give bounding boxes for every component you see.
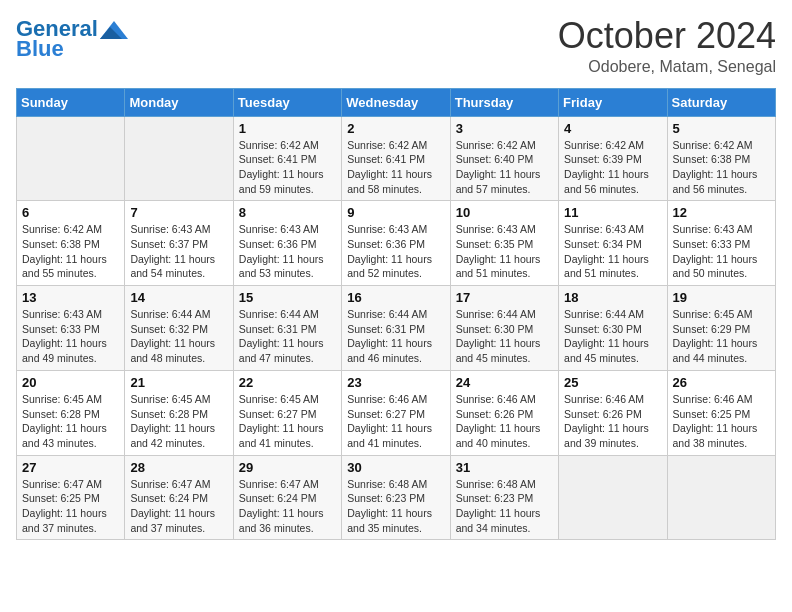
calendar-cell: 6Sunrise: 6:42 AM Sunset: 6:38 PM Daylig… [17,201,125,286]
calendar-cell: 2Sunrise: 6:42 AM Sunset: 6:41 PM Daylig… [342,116,450,201]
calendar-cell [667,455,775,540]
day-info: Sunrise: 6:43 AM Sunset: 6:35 PM Dayligh… [456,222,553,281]
logo-icon [100,21,128,39]
day-info: Sunrise: 6:46 AM Sunset: 6:26 PM Dayligh… [456,392,553,451]
day-number: 18 [564,290,661,305]
calendar-cell: 20Sunrise: 6:45 AM Sunset: 6:28 PM Dayli… [17,370,125,455]
day-number: 29 [239,460,336,475]
calendar-cell: 10Sunrise: 6:43 AM Sunset: 6:35 PM Dayli… [450,201,558,286]
calendar-cell: 29Sunrise: 6:47 AM Sunset: 6:24 PM Dayli… [233,455,341,540]
day-info: Sunrise: 6:45 AM Sunset: 6:27 PM Dayligh… [239,392,336,451]
day-number: 27 [22,460,119,475]
day-info: Sunrise: 6:43 AM Sunset: 6:34 PM Dayligh… [564,222,661,281]
day-number: 10 [456,205,553,220]
calendar-cell [125,116,233,201]
calendar-cell: 22Sunrise: 6:45 AM Sunset: 6:27 PM Dayli… [233,370,341,455]
day-info: Sunrise: 6:44 AM Sunset: 6:30 PM Dayligh… [564,307,661,366]
day-number: 23 [347,375,444,390]
day-number: 14 [130,290,227,305]
calendar-table: SundayMondayTuesdayWednesdayThursdayFrid… [16,88,776,541]
day-info: Sunrise: 6:42 AM Sunset: 6:38 PM Dayligh… [22,222,119,281]
calendar-cell: 25Sunrise: 6:46 AM Sunset: 6:26 PM Dayli… [559,370,667,455]
day-info: Sunrise: 6:44 AM Sunset: 6:32 PM Dayligh… [130,307,227,366]
calendar-cell: 23Sunrise: 6:46 AM Sunset: 6:27 PM Dayli… [342,370,450,455]
day-number: 24 [456,375,553,390]
day-info: Sunrise: 6:43 AM Sunset: 6:33 PM Dayligh… [673,222,770,281]
calendar-week-1: 1Sunrise: 6:42 AM Sunset: 6:41 PM Daylig… [17,116,776,201]
calendar-week-2: 6Sunrise: 6:42 AM Sunset: 6:38 PM Daylig… [17,201,776,286]
day-number: 1 [239,121,336,136]
day-number: 11 [564,205,661,220]
day-number: 5 [673,121,770,136]
day-number: 21 [130,375,227,390]
calendar-week-5: 27Sunrise: 6:47 AM Sunset: 6:25 PM Dayli… [17,455,776,540]
month-title: October 2024 [558,16,776,56]
day-info: Sunrise: 6:45 AM Sunset: 6:29 PM Dayligh… [673,307,770,366]
day-info: Sunrise: 6:44 AM Sunset: 6:30 PM Dayligh… [456,307,553,366]
calendar-week-3: 13Sunrise: 6:43 AM Sunset: 6:33 PM Dayli… [17,286,776,371]
day-info: Sunrise: 6:42 AM Sunset: 6:40 PM Dayligh… [456,138,553,197]
calendar-cell: 18Sunrise: 6:44 AM Sunset: 6:30 PM Dayli… [559,286,667,371]
day-number: 28 [130,460,227,475]
title-area: October 2024 Odobere, Matam, Senegal [558,16,776,76]
day-info: Sunrise: 6:43 AM Sunset: 6:37 PM Dayligh… [130,222,227,281]
day-number: 6 [22,205,119,220]
calendar-cell: 24Sunrise: 6:46 AM Sunset: 6:26 PM Dayli… [450,370,558,455]
logo-blue-text: Blue [16,38,64,60]
day-number: 9 [347,205,444,220]
day-number: 12 [673,205,770,220]
weekday-header-saturday: Saturday [667,88,775,116]
day-number: 4 [564,121,661,136]
calendar-cell: 30Sunrise: 6:48 AM Sunset: 6:23 PM Dayli… [342,455,450,540]
calendar-cell: 7Sunrise: 6:43 AM Sunset: 6:37 PM Daylig… [125,201,233,286]
day-number: 22 [239,375,336,390]
page-header: General Blue October 2024 Odobere, Matam… [16,16,776,76]
weekday-header-thursday: Thursday [450,88,558,116]
day-number: 30 [347,460,444,475]
location-title: Odobere, Matam, Senegal [558,58,776,76]
calendar-cell: 31Sunrise: 6:48 AM Sunset: 6:23 PM Dayli… [450,455,558,540]
calendar-cell: 17Sunrise: 6:44 AM Sunset: 6:30 PM Dayli… [450,286,558,371]
day-number: 7 [130,205,227,220]
day-info: Sunrise: 6:44 AM Sunset: 6:31 PM Dayligh… [347,307,444,366]
day-info: Sunrise: 6:45 AM Sunset: 6:28 PM Dayligh… [22,392,119,451]
day-info: Sunrise: 6:45 AM Sunset: 6:28 PM Dayligh… [130,392,227,451]
weekday-header-tuesday: Tuesday [233,88,341,116]
day-number: 26 [673,375,770,390]
day-number: 19 [673,290,770,305]
day-number: 16 [347,290,444,305]
day-info: Sunrise: 6:46 AM Sunset: 6:25 PM Dayligh… [673,392,770,451]
day-info: Sunrise: 6:42 AM Sunset: 6:38 PM Dayligh… [673,138,770,197]
day-number: 13 [22,290,119,305]
calendar-cell: 28Sunrise: 6:47 AM Sunset: 6:24 PM Dayli… [125,455,233,540]
day-info: Sunrise: 6:44 AM Sunset: 6:31 PM Dayligh… [239,307,336,366]
calendar-cell: 12Sunrise: 6:43 AM Sunset: 6:33 PM Dayli… [667,201,775,286]
calendar-cell: 16Sunrise: 6:44 AM Sunset: 6:31 PM Dayli… [342,286,450,371]
day-info: Sunrise: 6:47 AM Sunset: 6:24 PM Dayligh… [130,477,227,536]
calendar-cell: 27Sunrise: 6:47 AM Sunset: 6:25 PM Dayli… [17,455,125,540]
calendar-cell: 19Sunrise: 6:45 AM Sunset: 6:29 PM Dayli… [667,286,775,371]
calendar-cell: 21Sunrise: 6:45 AM Sunset: 6:28 PM Dayli… [125,370,233,455]
day-info: Sunrise: 6:42 AM Sunset: 6:39 PM Dayligh… [564,138,661,197]
day-number: 20 [22,375,119,390]
calendar-cell: 14Sunrise: 6:44 AM Sunset: 6:32 PM Dayli… [125,286,233,371]
day-info: Sunrise: 6:43 AM Sunset: 6:33 PM Dayligh… [22,307,119,366]
day-number: 31 [456,460,553,475]
day-info: Sunrise: 6:43 AM Sunset: 6:36 PM Dayligh… [347,222,444,281]
day-number: 15 [239,290,336,305]
day-info: Sunrise: 6:47 AM Sunset: 6:24 PM Dayligh… [239,477,336,536]
day-info: Sunrise: 6:46 AM Sunset: 6:27 PM Dayligh… [347,392,444,451]
day-info: Sunrise: 6:48 AM Sunset: 6:23 PM Dayligh… [347,477,444,536]
weekday-header-sunday: Sunday [17,88,125,116]
day-number: 8 [239,205,336,220]
calendar-week-4: 20Sunrise: 6:45 AM Sunset: 6:28 PM Dayli… [17,370,776,455]
weekday-header-monday: Monday [125,88,233,116]
calendar-cell: 1Sunrise: 6:42 AM Sunset: 6:41 PM Daylig… [233,116,341,201]
day-info: Sunrise: 6:48 AM Sunset: 6:23 PM Dayligh… [456,477,553,536]
day-info: Sunrise: 6:47 AM Sunset: 6:25 PM Dayligh… [22,477,119,536]
day-info: Sunrise: 6:42 AM Sunset: 6:41 PM Dayligh… [347,138,444,197]
calendar-cell: 8Sunrise: 6:43 AM Sunset: 6:36 PM Daylig… [233,201,341,286]
calendar-cell: 4Sunrise: 6:42 AM Sunset: 6:39 PM Daylig… [559,116,667,201]
weekday-header-wednesday: Wednesday [342,88,450,116]
day-info: Sunrise: 6:43 AM Sunset: 6:36 PM Dayligh… [239,222,336,281]
